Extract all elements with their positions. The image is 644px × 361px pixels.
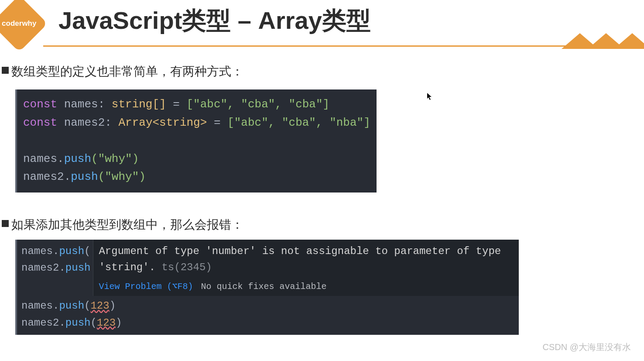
code-line: const names2: Array<string> = ["abc", "c… [23, 114, 370, 132]
code-line [23, 132, 370, 150]
bullet-item-1: 数组类型的定义也非常简单，有两种方式： [0, 63, 644, 80]
tooltip-actions: View Problem (⌥F8) No quick fixes availa… [99, 278, 514, 293]
error-code: ts(2345) [161, 261, 212, 273]
title-bar: JavaScript类型 – Array类型 [43, 4, 644, 47]
bullet-item-2: 如果添加其他类型到数组中，那么会报错： [0, 217, 644, 233]
code-line: names2.push(123) [21, 315, 514, 331]
triangle-icon [614, 33, 644, 49]
error-tooltip: Argument of type 'number' is not assigna… [93, 240, 519, 296]
code-with-tooltip: names.push( names2.push Argument of type… [17, 240, 519, 296]
view-problem-link[interactable]: View Problem (⌥F8) [99, 280, 193, 293]
code-block-1: const names: string[] = ["abc", "cba", "… [15, 89, 377, 193]
code-line: const names: string[] = ["abc", "cba", "… [23, 96, 370, 114]
code-line: names.push("why") [23, 150, 370, 168]
bullet-text-2: 如果添加其他类型到数组中，那么会报错： [11, 217, 243, 233]
brand-text: coderwhy [2, 19, 36, 28]
code-line: names.push(123) [21, 298, 514, 314]
code-line: names.push( [21, 243, 90, 260]
brand-logo: coderwhy [0, 0, 48, 52]
code-block-2: names.push( names2.push Argument of type… [15, 240, 519, 335]
code-left-col: names.push( names2.push [17, 240, 93, 296]
watermark-text: CSDN @大海里没有水 [542, 341, 631, 353]
content-area: 数组类型的定义也非常简单，有两种方式： const names: string[… [0, 63, 644, 335]
bullet-square-icon [2, 67, 9, 74]
bullet-square-icon [2, 220, 9, 227]
page-title: JavaScript类型 – Array类型 [43, 4, 644, 38]
error-value: 123 [97, 317, 116, 329]
error-value: 123 [90, 300, 109, 312]
code-line: names2.push("why") [23, 168, 370, 186]
decor-triangles [557, 33, 644, 49]
error-message: Argument of type 'number' is not assigna… [99, 245, 501, 273]
code-lower-lines: names.push(123) names2.push(123) [17, 296, 519, 335]
bullet-text-1: 数组类型的定义也非常简单，有两种方式： [11, 63, 243, 80]
code-line: names2.push [21, 260, 90, 276]
no-fix-text: No quick fixes available [201, 280, 327, 293]
